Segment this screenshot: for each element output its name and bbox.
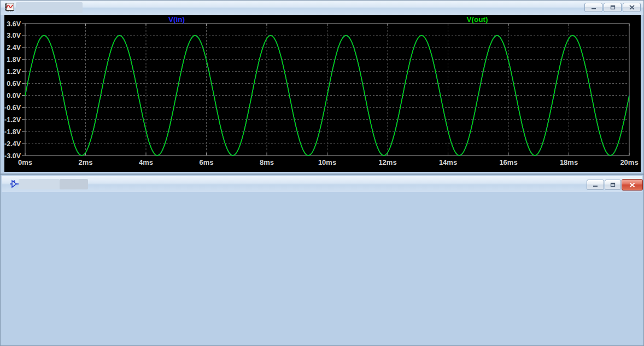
schematic-window-title-2 <box>60 179 88 189</box>
x-tick-label: 8ms <box>260 158 274 166</box>
y-tick-label: 1.8V <box>7 56 21 64</box>
waveform-window-titlebar[interactable] <box>1 1 643 15</box>
schematic-window-titlebar[interactable] <box>2 176 642 192</box>
y-tick-label: 0.6V <box>7 80 21 88</box>
x-tick-label: 0ms <box>18 158 32 166</box>
close-button[interactable] <box>622 179 643 191</box>
y-tick-label: -2.4V <box>4 140 21 148</box>
legend-Vout[interactable]: V(out) <box>467 15 488 24</box>
y-tick-label: 0.0V <box>7 92 21 100</box>
restore-button[interactable] <box>604 3 622 12</box>
x-tick-label: 12ms <box>378 158 396 166</box>
waveform-window: 3.6V3.0V2.4V1.8V1.2V0.6V0.0V-0.6V-1.2V-1… <box>0 0 644 174</box>
x-tick-label: 14ms <box>439 158 457 166</box>
schematic-window: IN : Signal sinusoidale +-3V et pas d'of… <box>0 174 644 346</box>
x-tick-label: 18ms <box>560 158 578 166</box>
y-tick-label: 1.2V <box>7 68 21 76</box>
y-tick-label: 3.0V <box>7 32 21 39</box>
waveform-icon <box>4 3 14 15</box>
y-tick-label: -0.6V <box>4 104 21 112</box>
y-tick-label: -1.8V <box>4 128 21 136</box>
x-tick-label: 16ms <box>499 158 517 166</box>
schematic-window-title <box>19 179 60 189</box>
y-tick-label: -1.2V <box>4 116 21 124</box>
close-button[interactable] <box>623 3 641 12</box>
minimize-button[interactable] <box>584 3 602 12</box>
restore-button[interactable] <box>605 180 621 190</box>
x-tick-label: 10ms <box>318 158 336 166</box>
minimize-button[interactable] <box>587 180 604 190</box>
x-tick-label: 2ms <box>78 158 92 166</box>
legend-Vin[interactable]: V(in) <box>168 15 185 24</box>
desktop: 3.6V3.0V2.4V1.8V1.2V0.6V0.0V-0.6V-1.2V-1… <box>0 0 644 346</box>
x-tick-label: 6ms <box>199 158 213 166</box>
x-tick-label: 20ms <box>620 158 638 166</box>
y-tick-label: 3.6V <box>7 20 21 28</box>
waveform-window-title <box>16 2 83 13</box>
x-tick-label: 4ms <box>139 158 153 166</box>
schematic-icon <box>9 179 19 191</box>
y-tick-label: 2.4V <box>7 44 21 51</box>
waveform-plot-area[interactable]: 3.6V3.0V2.4V1.8V1.2V0.6V0.0V-0.6V-1.2V-1… <box>4 15 641 172</box>
